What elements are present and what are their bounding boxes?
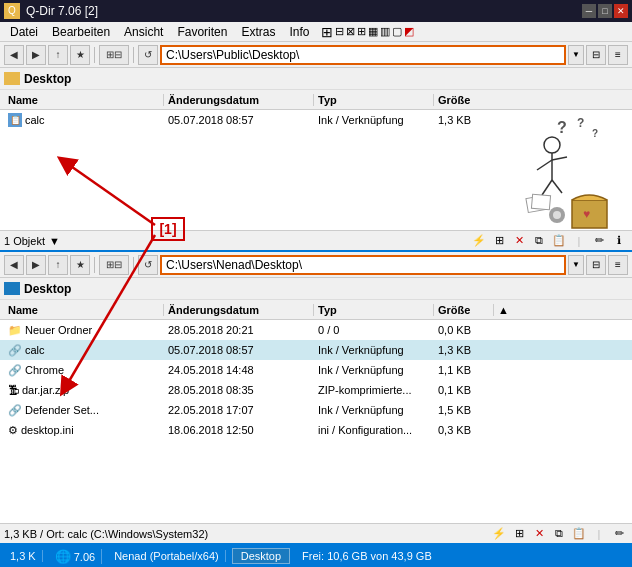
file-name-cell: ⚙ desktop.ini: [4, 424, 164, 437]
title-bar: Q Q-Dir 7.06 [2] ─ □ ✕: [0, 0, 632, 22]
status-dropdown-p1[interactable]: ▼: [49, 235, 60, 247]
file-size-cell: 1,3 KB: [434, 344, 514, 356]
maximize-button[interactable]: □: [598, 4, 612, 18]
file-type-cell: Ink / Verknüpfung: [314, 404, 434, 416]
table-row[interactable]: 📁 Neuer Ordner 28.05.2018 20:21 0 / 0 0,…: [0, 320, 632, 340]
menu-datei[interactable]: Datei: [4, 23, 44, 41]
menu-ansicht[interactable]: Ansicht: [118, 23, 169, 41]
back-button-p1[interactable]: ◀: [4, 45, 24, 65]
table-row[interactable]: 🔗 Defender Set... 22.05.2018 17:07 Ink /…: [0, 400, 632, 420]
view-type-p1[interactable]: ≡: [608, 45, 628, 65]
minimize-button[interactable]: ─: [582, 4, 596, 18]
pane2-breadcrumb: Desktop: [0, 278, 632, 300]
pencil-icon-p2[interactable]: ✏: [610, 526, 628, 542]
layout-icon[interactable]: ◩: [404, 25, 414, 38]
lightning-icon-p1[interactable]: ⚡: [470, 233, 488, 249]
grid2-icon[interactable]: ⊟: [335, 25, 344, 38]
grid3-icon[interactable]: ⊠: [346, 25, 355, 38]
table-row[interactable]: 🔗 Chrome 24.05.2018 14:48 Ink / Verknüpf…: [0, 360, 632, 380]
col-date-p1[interactable]: Änderungsdatum: [164, 94, 314, 106]
grid4-icon[interactable]: ⊞: [357, 25, 366, 38]
file-size-cell: 1,1 KB: [434, 364, 514, 376]
lightning-icon-p2[interactable]: ⚡: [490, 526, 508, 542]
breadcrumb-text-p1: Desktop: [24, 72, 71, 86]
table-row[interactable]: ⚙ desktop.ini 18.06.2018 12:50 ini / Kon…: [0, 420, 632, 440]
menu-bearbeiten[interactable]: Bearbeiten: [46, 23, 116, 41]
col-date-p2[interactable]: Änderungsdatum: [164, 304, 314, 316]
refresh-button-p1[interactable]: ↺: [138, 45, 158, 65]
illustration: ? ? ? ♥: [502, 115, 622, 245]
title-bar-text: Q-Dir 7.06 [2]: [26, 4, 98, 18]
paste-icon-p2[interactable]: 📋: [570, 526, 588, 542]
file-type-cell: Ink / Verknüpfung: [314, 114, 434, 126]
red-x-icon-p2[interactable]: ✕: [530, 526, 548, 542]
col-size-p2[interactable]: Größe: [434, 304, 494, 316]
close-button[interactable]: ✕: [614, 4, 628, 18]
app-icon: Q: [4, 3, 20, 19]
file-date-cell: 18.06.2018 12:50: [164, 424, 314, 436]
view-button-p1[interactable]: ⊞⊟: [99, 45, 129, 65]
svg-point-3: [544, 137, 560, 153]
address-dropdown-p2[interactable]: ▼: [568, 255, 584, 275]
bookmark-button-p1[interactable]: ★: [70, 45, 90, 65]
grid-icon-p2[interactable]: ⊞: [510, 526, 528, 542]
bottom-user: Nenad (Portabel/x64): [108, 550, 226, 562]
address-dropdown-p1[interactable]: ▼: [568, 45, 584, 65]
up-button-p2[interactable]: ↑: [48, 255, 68, 275]
pane2-status: 1,3 KB / Ort: calc (C:\Windows\System32)…: [0, 523, 632, 543]
grid-icon[interactable]: ⊞: [321, 24, 333, 40]
refresh-button-p2[interactable]: ↺: [138, 255, 158, 275]
forward-button-p1[interactable]: ▶: [26, 45, 46, 65]
table-row[interactable]: 🔗 calc 05.07.2018 08:57 Ink / Verknüpfun…: [0, 340, 632, 360]
svg-text:?: ?: [592, 128, 598, 139]
forward-button-p2[interactable]: ▶: [26, 255, 46, 275]
bookmark-button-p2[interactable]: ★: [70, 255, 90, 275]
rows-icon[interactable]: ▥: [380, 25, 390, 38]
file-name-cell: 📋 calc: [4, 113, 164, 127]
menu-info[interactable]: Info: [283, 23, 315, 41]
file-date-cell: 28.05.2018 20:21: [164, 324, 314, 336]
view-layout-p1[interactable]: ⊟: [586, 45, 606, 65]
breadcrumb-text-p2: Desktop: [24, 282, 71, 296]
view-layout-p2[interactable]: ⊟: [586, 255, 606, 275]
col-name-p2[interactable]: Name: [4, 304, 164, 316]
file-name-cell: 🔗 Chrome: [4, 364, 164, 377]
pane-bottom: ◀ ▶ ↑ ★ ⊞⊟ ↺ C:\Users\Nenad\Desktop\ ▼ ⊟…: [0, 252, 632, 545]
col-name-p1[interactable]: Name: [4, 94, 164, 106]
copy-icon-p2[interactable]: ⧉: [550, 526, 568, 542]
file-icon: 🗜: [8, 384, 19, 396]
file-size-cell: 0,3 KB: [434, 424, 514, 436]
file-date-cell: 24.05.2018 14:48: [164, 364, 314, 376]
svg-rect-10: [531, 194, 550, 210]
sep3: [94, 257, 95, 273]
menu-favoriten[interactable]: Favoriten: [171, 23, 233, 41]
col-type-p1[interactable]: Typ: [314, 94, 434, 106]
bottom-desktop: Desktop: [232, 548, 290, 564]
table-row[interactable]: 🗜 dar.jar.zip 28.05.2018 08:35 ZIP-kompr…: [0, 380, 632, 400]
bottom-globe: 🌐 7.06: [49, 549, 102, 564]
back-button-p2[interactable]: ◀: [4, 255, 24, 275]
status-text-p2: 1,3 KB / Ort: calc (C:\Windows\System32): [4, 528, 208, 540]
pane1-file-header: Name Änderungsdatum Typ Größe: [0, 90, 632, 110]
col-type-p2[interactable]: Typ: [314, 304, 434, 316]
address-input-p1[interactable]: C:\Users\Public\Desktop\: [160, 45, 566, 65]
up-button-p1[interactable]: ↑: [48, 45, 68, 65]
col-scroll-p2: ▲: [494, 304, 514, 316]
cols-icon[interactable]: ▦: [368, 25, 378, 38]
pane2-file-list: 📁 Neuer Ordner 28.05.2018 20:21 0 / 0 0,…: [0, 320, 632, 523]
file-name-cell: 🗜 dar.jar.zip: [4, 384, 164, 396]
view-type-p2[interactable]: ≡: [608, 255, 628, 275]
col-size-p1[interactable]: Größe: [434, 94, 514, 106]
single-icon[interactable]: ▢: [392, 25, 402, 38]
globe-icon: 🌐: [55, 549, 71, 564]
file-date-cell: 05.07.2018 08:57: [164, 344, 314, 356]
menu-bar: Datei Bearbeiten Ansicht Favoriten Extra…: [0, 22, 632, 42]
svg-text:?: ?: [557, 119, 567, 136]
menu-extras[interactable]: Extras: [235, 23, 281, 41]
address-input-p2[interactable]: C:\Users\Nenad\Desktop\: [160, 255, 566, 275]
file-date-cell: 28.05.2018 08:35: [164, 384, 314, 396]
file-type-cell: ZIP-komprimierte...: [314, 384, 434, 396]
folder-icon-p2: [4, 282, 20, 295]
file-icon: 🔗: [8, 344, 22, 357]
view-button-p2[interactable]: ⊞⊟: [99, 255, 129, 275]
